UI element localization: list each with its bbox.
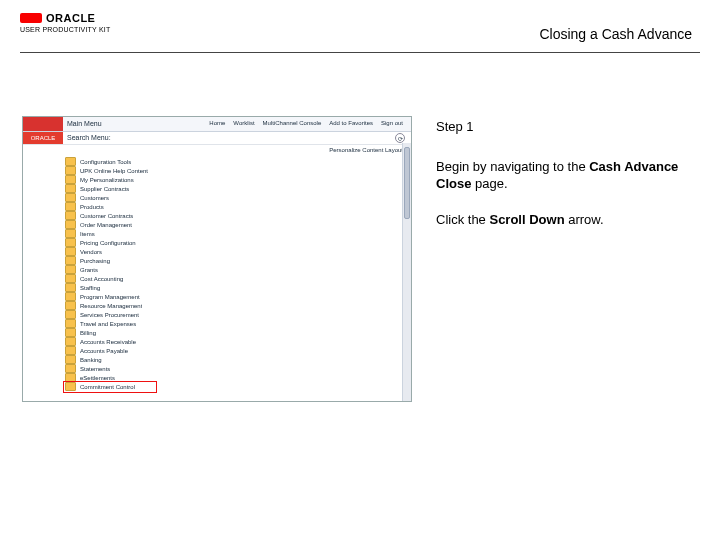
nav-item-label: My Personalizations: [80, 177, 134, 183]
folder-icon: [65, 319, 76, 328]
nav-item-label: Items: [80, 231, 95, 237]
folder-icon: [65, 274, 76, 283]
nav-item[interactable]: Billing: [65, 328, 189, 337]
topbar-tabs: Home Worklist MultiChannel Console Add t…: [201, 117, 411, 131]
folder-icon: [65, 202, 76, 211]
nav-item[interactable]: Services Procurement: [65, 310, 189, 319]
nav-item[interactable]: Accounts Receivable: [65, 337, 189, 346]
folder-icon: [65, 184, 76, 193]
p1-text-a: Begin by navigating to the: [436, 159, 589, 174]
nav-item[interactable]: Customers: [65, 193, 189, 202]
nav-item-label: Billing: [80, 330, 96, 336]
page-title: Closing a Cash Advance: [539, 26, 692, 42]
nav-item[interactable]: Statements: [65, 364, 189, 373]
oracle-logo-mark: [20, 13, 42, 23]
folder-icon: [65, 355, 76, 364]
nav-item-label: Accounts Receivable: [80, 339, 136, 345]
scrollbar-thumb[interactable]: [404, 147, 410, 219]
nav-item[interactable]: Travel and Expenses: [65, 319, 189, 328]
nav-item[interactable]: Accounts Payable: [65, 346, 189, 355]
app-screenshot: Main Menu Home Worklist MultiChannel Con…: [22, 116, 412, 402]
topbar-accent: [23, 117, 63, 131]
folder-icon: [65, 256, 76, 265]
nav-item-label: UPK Online Help Content: [80, 168, 148, 174]
nav-item[interactable]: Cost Accounting: [65, 274, 189, 283]
nav-item-label: Products: [80, 204, 104, 210]
folder-icon: [65, 364, 76, 373]
highlight-box: [63, 381, 157, 393]
app-subbar: ORACLE Search Menu: ⟳: [23, 132, 411, 145]
tab-home[interactable]: Home: [207, 119, 227, 129]
folder-icon: [65, 328, 76, 337]
folder-icon: [65, 310, 76, 319]
nav-item[interactable]: Resource Management: [65, 301, 189, 310]
nav-tree: Configuration ToolsUPK Online Help Conte…: [65, 157, 189, 391]
nav-item-label: Staffing: [80, 285, 100, 291]
tab-favorites[interactable]: Add to Favorites: [327, 119, 375, 129]
tab-signout[interactable]: Sign out: [379, 119, 405, 129]
p2-bold: Scroll Down: [489, 212, 564, 227]
refresh-icon[interactable]: ⟳: [395, 133, 405, 143]
folder-icon: [65, 193, 76, 202]
nav-item[interactable]: UPK Online Help Content: [65, 166, 189, 175]
tab-console[interactable]: MultiChannel Console: [261, 119, 324, 129]
nav-item-label: Pricing Configuration: [80, 240, 136, 246]
folder-icon: [65, 166, 76, 175]
nav-item-label: Grants: [80, 267, 98, 273]
folder-icon: [65, 337, 76, 346]
nav-item[interactable]: Items: [65, 229, 189, 238]
personalize-link[interactable]: Personalize Content Layout: [329, 147, 403, 153]
tab-worklist[interactable]: Worklist: [231, 119, 256, 129]
nav-item-label: eSettlements: [80, 375, 115, 381]
nav-item[interactable]: Staffing: [65, 283, 189, 292]
nav-item[interactable]: Order Management: [65, 220, 189, 229]
nav-item[interactable]: Supplier Contracts: [65, 184, 189, 193]
nav-item-label: Program Management: [80, 294, 140, 300]
nav-item-label: Customers: [80, 195, 109, 201]
nav-item[interactable]: Program Management: [65, 292, 189, 301]
nav-item[interactable]: Grants: [65, 265, 189, 274]
nav-item-label: Configuration Tools: [80, 159, 131, 165]
nav-item-label: Accounts Payable: [80, 348, 128, 354]
folder-icon: [65, 346, 76, 355]
folder-icon: [65, 229, 76, 238]
instructions-panel: Step 1 Begin by navigating to the Cash A…: [436, 118, 692, 246]
nav-item-label: Customer Contracts: [80, 213, 133, 219]
nav-item[interactable]: Customer Contracts: [65, 211, 189, 220]
p1-text-c: page.: [471, 176, 507, 191]
folder-icon: [65, 238, 76, 247]
p2-text-a: Click the: [436, 212, 489, 227]
folder-icon: [65, 283, 76, 292]
folder-icon: [65, 211, 76, 220]
nav-item[interactable]: Pricing Configuration: [65, 238, 189, 247]
folder-icon: [65, 175, 76, 184]
nav-item[interactable]: Configuration Tools: [65, 157, 189, 166]
header-divider: [20, 52, 700, 53]
oracle-tag: ORACLE: [23, 132, 63, 144]
folder-icon: [65, 220, 76, 229]
nav-item-label: Order Management: [80, 222, 132, 228]
app-topbar: Main Menu Home Worklist MultiChannel Con…: [23, 117, 411, 132]
search-menu-label: Search Menu:: [63, 132, 395, 144]
folder-icon: [65, 247, 76, 256]
nav-item[interactable]: My Personalizations: [65, 175, 189, 184]
nav-item[interactable]: Banking: [65, 355, 189, 364]
nav-item-label: Supplier Contracts: [80, 186, 129, 192]
nav-item[interactable]: Purchasing: [65, 256, 189, 265]
kit-text: USER PRODUCTIVITY KIT: [20, 26, 110, 33]
p2-text-c: arrow.: [565, 212, 604, 227]
folder-icon: [65, 301, 76, 310]
nav-item-label: Statements: [80, 366, 110, 372]
brand-text: ORACLE: [46, 12, 95, 24]
nav-item[interactable]: Products: [65, 202, 189, 211]
scrollbar[interactable]: [402, 143, 411, 401]
nav-item-label: Cost Accounting: [80, 276, 123, 282]
nav-item-label: Purchasing: [80, 258, 110, 264]
nav-item-label: Travel and Expenses: [80, 321, 136, 327]
instruction-paragraph-2: Click the Scroll Down arrow.: [436, 211, 692, 229]
main-menu-label: Main Menu: [63, 117, 201, 131]
nav-item-label: Services Procurement: [80, 312, 139, 318]
instruction-paragraph-1: Begin by navigating to the Cash Advance …: [436, 158, 692, 193]
nav-item[interactable]: Vendors: [65, 247, 189, 256]
page: ORACLE USER PRODUCTIVITY KIT Closing a C…: [0, 0, 720, 540]
